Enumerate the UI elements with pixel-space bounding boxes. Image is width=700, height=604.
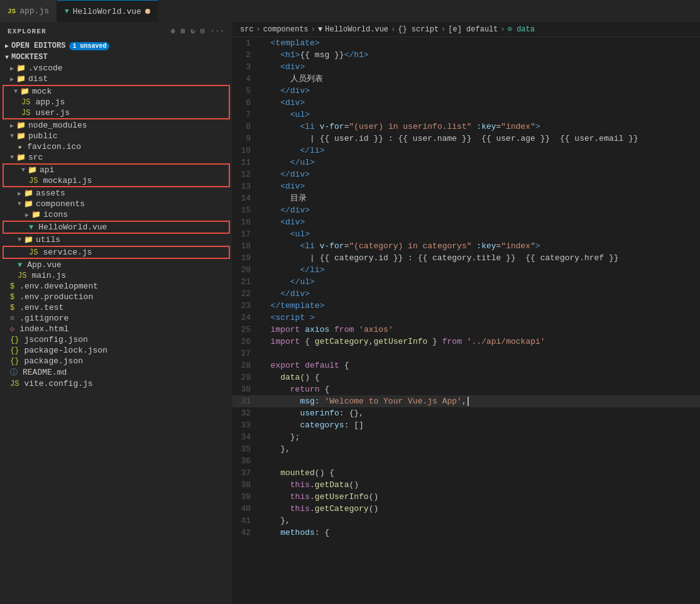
folder-icon: 📁	[31, 210, 41, 219]
explorer-header: EXPLORER ⊕ ⊞ ↻ ⊟ ···	[0, 22, 232, 40]
line-number: 32	[232, 407, 261, 419]
code-line: 38 this.getData()	[232, 479, 700, 491]
line-content: },	[261, 515, 700, 527]
sidebar-item-api[interactable]: ▼ 📁 api	[4, 165, 229, 175]
line-content: 目录	[261, 192, 700, 204]
sidebar-item-label: .env.production	[19, 292, 93, 302]
line-content: this.getData()	[261, 479, 700, 491]
sidebar-item-label: index.html	[19, 324, 68, 334]
code-line: 30 return {	[232, 383, 700, 395]
main-layout: EXPLORER ⊕ ⊞ ↻ ⊟ ··· ▶ OPEN EDITORS 1 un…	[0, 22, 700, 604]
line-number: 3	[232, 61, 261, 73]
line-content: | {{ user.id }} : {{ user.name }} {{ use…	[261, 133, 700, 145]
env-icon: $	[10, 282, 14, 291]
sidebar-header-icons: ⊕ ⊞ ↻ ⊟ ···	[171, 27, 225, 35]
more-icon[interactable]: ···	[211, 27, 225, 35]
folder-arrow: ▼	[10, 154, 14, 161]
sidebar-item-mock[interactable]: ▼ 📁 mock	[4, 86, 229, 97]
code-line: 19 | {{ category.id }} : {{ category.tit…	[232, 252, 700, 264]
line-content: </li>	[261, 145, 700, 156]
favicon-icon: ★	[18, 142, 22, 151]
code-editor[interactable]: 1 <template> 2 <h1>{{ msg }}</h1> 3 <div…	[232, 37, 700, 604]
line-content: <script >	[261, 312, 700, 324]
folder-arrow: ▼	[14, 88, 18, 95]
line-number: 34	[232, 431, 261, 443]
code-line: 22 </div>	[232, 288, 700, 300]
mocktest-arrow: ▼	[5, 54, 9, 61]
tabs-bar: JS app.js ▼ HelloWorld.vue	[0, 0, 700, 22]
sidebar-item-label: .env.test	[19, 303, 63, 312]
line-content: </li>	[261, 264, 700, 276]
tab-app-js[interactable]: JS app.js	[0, 0, 57, 22]
folder-icon: 📁	[16, 74, 26, 84]
sidebar-item-mainjs[interactable]: JS main.js	[0, 270, 232, 281]
sidebar-item-dist[interactable]: ▶ 📁 dist	[0, 74, 232, 84]
open-editors-section[interactable]: ▶ OPEN EDITORS 1 unsaved	[0, 40, 232, 52]
new-file-icon[interactable]: ⊕	[171, 27, 176, 35]
code-line: 5 </div>	[232, 85, 700, 97]
sidebar-item-servicejs[interactable]: JS service.js	[4, 247, 229, 258]
folder-icon: 📁	[16, 131, 26, 141]
sidebar-item-gitignore[interactable]: ⊘ .gitignore	[0, 313, 232, 324]
code-line: 15 </div>	[232, 204, 700, 216]
sidebar-item-helloworldvue[interactable]: ▼ HelloWorld.vue	[4, 222, 229, 233]
code-line: 17 <ul>	[232, 228, 700, 240]
sidebar-item-label: src	[28, 153, 43, 162]
sidebar-item-src[interactable]: ▼ 📁 src	[0, 152, 232, 163]
refresh-icon[interactable]: ↻	[190, 27, 195, 35]
sidebar-item-label: vite.config.js	[24, 379, 92, 388]
line-content: <ul>	[261, 228, 700, 240]
sidebar-item-userjs[interactable]: JS user.js	[4, 107, 229, 118]
sidebar-item-nodemodules[interactable]: ▶ 📁 node_modules	[0, 120, 232, 131]
sidebar-item-assets[interactable]: ▶ 📁 assets	[0, 188, 232, 199]
sidebar-item-packagelockjson[interactable]: {} package-lock.json	[0, 345, 232, 356]
collapse-icon[interactable]: ⊟	[200, 27, 205, 35]
code-line: 3 <div>	[232, 61, 700, 73]
sidebar-item-env-test[interactable]: $ .env.test	[0, 302, 232, 313]
sidebar-item-utils[interactable]: ▼ 📁 utils	[0, 234, 232, 245]
tab-helloworld-vue[interactable]: ▼ HelloWorld.vue	[57, 0, 158, 22]
folder-icon: 📁	[24, 189, 33, 198]
line-number: 18	[232, 240, 261, 252]
sidebar-item-label: node_modules	[28, 121, 87, 130]
sidebar-item-viteconfigjs[interactable]: JS vite.config.js	[0, 378, 232, 389]
sidebar-item-env-prod[interactable]: $ .env.production	[0, 292, 232, 302]
sidebar-item-packagejson[interactable]: {} package.json	[0, 356, 232, 366]
folder-arrow: ▶	[18, 190, 21, 197]
sidebar-item-components[interactable]: ▼ 📁 components	[0, 199, 232, 209]
mocktest-section[interactable]: ▼ MOCKTEST	[0, 52, 232, 63]
new-folder-icon[interactable]: ⊞	[181, 27, 186, 35]
code-line: 26 import { getCategory,getUserInfo } fr…	[232, 336, 700, 348]
sidebar-item-favicon[interactable]: ★ favicon.ico	[0, 141, 232, 152]
code-line: 13 <div>	[232, 180, 700, 192]
line-number: 4	[232, 73, 261, 85]
sidebar-item-vscode[interactable]: ▶ 📁 .vscode	[0, 63, 232, 74]
line-content: data() {	[261, 371, 700, 383]
sidebar-item-env-dev[interactable]: $ .env.development	[0, 281, 232, 292]
folder-icon: 📁	[16, 153, 26, 162]
js-file-icon: JS	[18, 272, 26, 280]
line-number: 11	[232, 156, 261, 168]
editor-area: src › components › ▼ HelloWorld.vue › {}…	[232, 22, 700, 604]
line-content: userinfo: {},	[261, 407, 700, 419]
sidebar-item-readmemd[interactable]: ⓘ README.md	[0, 366, 232, 378]
line-content: export default {	[261, 360, 700, 371]
code-line: 27	[232, 348, 700, 360]
sidebar-item-appvue[interactable]: ▼ App.vue	[0, 260, 232, 270]
line-number: 29	[232, 371, 261, 383]
vue-file-icon: ▼	[18, 261, 22, 270]
code-line: 24 <script >	[232, 312, 700, 324]
folder-icon: 📁	[24, 199, 33, 209]
line-number: 42	[232, 527, 261, 539]
sidebar-item-icons[interactable]: ▶ 📁 icons	[0, 209, 232, 220]
line-content: <div>	[261, 97, 700, 109]
line-number: 9	[232, 133, 261, 145]
sidebar-item-public[interactable]: ▼ 📁 public	[0, 131, 232, 141]
sidebar-item-mockapiJs[interactable]: JS mockapi.js	[4, 175, 229, 186]
folder-icon: 📁	[16, 63, 26, 73]
sidebar-item-jsconfigjson[interactable]: {} jsconfig.json	[0, 334, 232, 345]
line-content: this.getUserInfo()	[261, 491, 700, 503]
sidebar-item-appjs[interactable]: JS app.js	[4, 97, 229, 107]
sidebar-item-indexhtml[interactable]: ◇ index.html	[0, 324, 232, 334]
js-file-icon: JS	[8, 8, 16, 15]
